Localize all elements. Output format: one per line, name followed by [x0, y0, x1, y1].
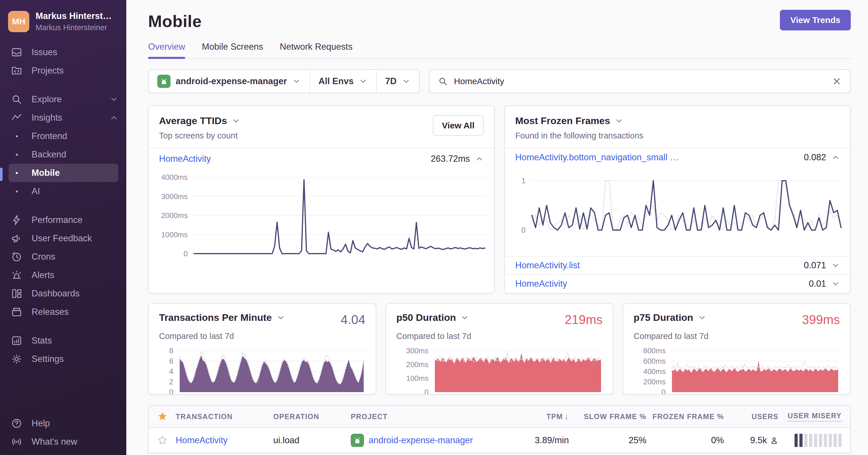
column-header-transaction[interactable]: TRANSACTION	[176, 413, 273, 421]
period-filter-label: 7D	[385, 76, 397, 86]
sidebar-item-whats-new[interactable]: What's new	[0, 433, 126, 451]
sidebar-item-stats[interactable]: Stats	[0, 332, 126, 350]
tab-network-requests[interactable]: Network Requests	[280, 41, 352, 58]
chevron-down-icon[interactable]	[831, 280, 840, 288]
sidebar-item-settings[interactable]: Settings	[0, 350, 126, 368]
transaction-link[interactable]: HomeActivity	[515, 279, 567, 289]
clear-search-icon[interactable]	[832, 77, 842, 86]
p50-value: 219ms	[565, 313, 602, 327]
sidebar-item-insights[interactable]: Insights	[0, 109, 126, 127]
sidebar-item-label: Backend	[32, 149, 66, 160]
column-header-slow-frame[interactable]: SLOW FRAME %	[569, 413, 646, 421]
chevron-up-icon[interactable]	[831, 153, 840, 162]
chevron-up-icon	[110, 113, 118, 122]
sidebar-item-frontend[interactable]: Frontend	[0, 127, 126, 145]
svg-text:600ms: 600ms	[643, 357, 665, 365]
view-trends-button[interactable]: View Trends	[780, 10, 851, 30]
org-switcher[interactable]: MH Markus Hinterst… Markus Hintersteiner	[0, 7, 126, 36]
svg-text:1: 1	[522, 176, 526, 185]
average-ttids-card: Average TTIDs Top screens by count View …	[148, 106, 495, 293]
tab-mobile-screens[interactable]: Mobile Screens	[202, 41, 263, 58]
sidebar-item-mobile[interactable]: Mobile	[9, 164, 118, 182]
chevron-down-icon[interactable]	[276, 313, 285, 322]
sidebar-item-alerts[interactable]: Alerts	[0, 266, 126, 284]
svg-text:4000ms: 4000ms	[161, 173, 188, 181]
column-header-operation[interactable]: OPERATION	[273, 413, 351, 421]
column-header-project[interactable]: PROJECT	[351, 413, 512, 421]
sidebar-item-issues[interactable]: Issues	[0, 43, 126, 61]
operation-cell: ui.load	[273, 435, 351, 446]
svg-text:2000ms: 2000ms	[161, 211, 188, 220]
chevron-down-icon[interactable]	[231, 117, 240, 125]
frozen-frames-row: HomeActivity.bottom_navigation_small … 0…	[505, 148, 850, 166]
sidebar-item-crons[interactable]: Crons	[0, 248, 126, 266]
svg-text:0: 0	[184, 249, 188, 258]
column-header-tpm[interactable]: TPM↓	[512, 412, 569, 421]
bullet-icon	[10, 154, 23, 156]
env-filter[interactable]: All Envs	[309, 70, 376, 93]
android-project-icon	[351, 434, 364, 447]
search-box[interactable]	[429, 69, 851, 93]
view-all-button[interactable]: View All	[433, 115, 484, 136]
page-title: Mobile	[148, 11, 202, 31]
tab-overview[interactable]: Overview	[148, 41, 185, 58]
android-project-icon	[157, 75, 170, 88]
frozen-frames-value: 0.071	[804, 260, 826, 271]
column-header-user-misery[interactable]: USER MISERY	[778, 411, 842, 422]
sidebar-item-label: Projects	[32, 65, 64, 76]
sidebar-item-ai[interactable]: AI	[0, 182, 126, 200]
transaction-link[interactable]: HomeActivity	[159, 154, 211, 164]
dashboards-icon	[10, 288, 23, 299]
column-header-users[interactable]: USERS	[724, 413, 778, 421]
sidebar-item-label: AI	[32, 186, 40, 197]
transaction-link[interactable]: HomeActivity.list	[515, 260, 580, 271]
bullet-icon	[10, 172, 23, 174]
transaction-link[interactable]: HomeActivity	[176, 435, 228, 446]
chevron-down-icon[interactable]	[615, 117, 623, 125]
sidebar-item-dashboards[interactable]: Dashboards	[0, 284, 126, 303]
period-filter[interactable]: 7D	[376, 70, 419, 93]
card-subtitle: Compared to last 7d	[396, 332, 603, 341]
sidebar-item-performance[interactable]: Performance	[0, 211, 126, 229]
transaction-link[interactable]: HomeActivity.bottom_navigation_small …	[515, 152, 679, 163]
chevron-down-icon	[359, 77, 367, 86]
active-nav-edge-indicator	[0, 168, 3, 181]
sidebar-nav: Issues Projects Explore Insights Fronten…	[0, 43, 126, 368]
page-filters: android-expense-manager All Envs 7D	[148, 69, 420, 93]
svg-text:2: 2	[169, 377, 174, 386]
sidebar-item-label: Settings	[32, 354, 64, 364]
sidebar-item-user-feedback[interactable]: User Feedback	[0, 229, 126, 248]
sidebar-item-label: Mobile	[32, 168, 60, 178]
sidebar-item-backend[interactable]: Backend	[0, 145, 126, 164]
project-link[interactable]: android-expense-manager	[369, 435, 473, 446]
sidebar-item-explore[interactable]: Explore	[0, 90, 126, 109]
tpm-chart: 86420	[159, 347, 365, 395]
search-icon	[10, 94, 23, 105]
sidebar-item-releases[interactable]: Releases	[0, 303, 126, 321]
chevron-up-icon[interactable]	[475, 154, 484, 163]
favorite-star-icon[interactable]	[157, 435, 167, 446]
sidebar-item-label: Crons	[32, 252, 55, 262]
frozen-frames-value: 0.082	[804, 152, 826, 163]
help-icon	[10, 418, 23, 429]
svg-text:300ms: 300ms	[406, 347, 429, 355]
frozen-frames-chart: 10	[509, 166, 843, 256]
sidebar-item-label: Explore	[32, 94, 62, 105]
ttid-chart: 4000ms3000ms2000ms1000ms0	[153, 172, 487, 258]
card-title: Average TTIDs	[159, 115, 227, 126]
svg-text:0: 0	[169, 388, 174, 395]
sidebar-item-label: Help	[32, 418, 50, 429]
sidebar: MH Markus Hinterst… Markus Hintersteiner…	[0, 0, 126, 455]
sidebar-item-projects[interactable]: Projects	[0, 61, 126, 80]
svg-text:6: 6	[169, 357, 174, 365]
chevron-down-icon[interactable]	[460, 313, 469, 322]
chevron-down-icon[interactable]	[698, 313, 706, 322]
sidebar-item-help[interactable]: Help	[0, 414, 126, 433]
chevron-down-icon[interactable]	[831, 261, 840, 270]
p75-value: 399ms	[802, 313, 840, 327]
column-header-frozen-frame[interactable]: FROZEN FRAME %	[646, 413, 724, 421]
svg-text:400ms: 400ms	[643, 367, 665, 376]
project-filter[interactable]: android-expense-manager	[149, 70, 309, 93]
search-input[interactable]	[454, 76, 826, 86]
svg-text:0: 0	[424, 388, 428, 395]
